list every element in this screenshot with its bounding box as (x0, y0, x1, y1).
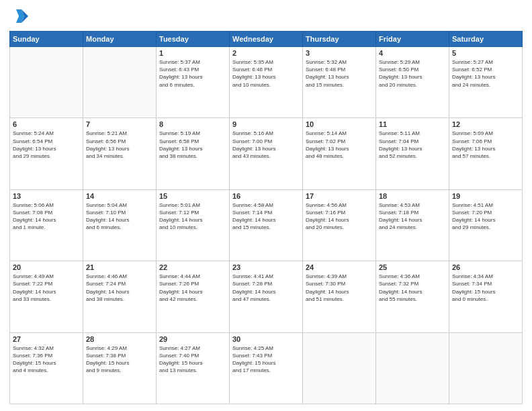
day-number: 8 (159, 120, 226, 128)
day-number: 6 (13, 120, 80, 128)
calendar-cell: 22Sunrise: 4:44 AM Sunset: 7:26 PM Dayli… (157, 261, 230, 332)
calendar-week-row: 27Sunrise: 4:32 AM Sunset: 7:36 PM Dayli… (10, 332, 523, 404)
day-info: Sunrise: 4:41 AM Sunset: 7:28 PM Dayligh… (232, 273, 300, 303)
day-info: Sunrise: 4:36 AM Sunset: 7:32 PM Dayligh… (379, 273, 446, 303)
day-number: 13 (13, 192, 80, 200)
day-number: 24 (306, 263, 373, 271)
calendar-cell: 10Sunrise: 5:14 AM Sunset: 7:02 PM Dayli… (303, 118, 376, 189)
day-number: 29 (159, 335, 226, 343)
calendar-cell (449, 332, 523, 404)
calendar-cell: 25Sunrise: 4:36 AM Sunset: 7:32 PM Dayli… (376, 261, 449, 332)
day-number: 11 (379, 120, 446, 128)
calendar-cell: 21Sunrise: 4:46 AM Sunset: 7:24 PM Dayli… (83, 261, 157, 332)
day-info: Sunrise: 5:01 AM Sunset: 7:12 PM Dayligh… (159, 201, 226, 232)
weekday-header-friday: Friday (376, 32, 449, 47)
day-info: Sunrise: 4:32 AM Sunset: 7:36 PM Dayligh… (13, 345, 80, 375)
calendar-cell (83, 47, 157, 118)
weekday-header-wednesday: Wednesday (230, 32, 303, 47)
day-number: 5 (452, 49, 519, 57)
weekday-header-monday: Monday (83, 32, 157, 47)
logo-icon (9, 7, 28, 26)
weekday-header-row: SundayMondayTuesdayWednesdayThursdayFrid… (10, 32, 523, 47)
calendar-cell: 5Sunrise: 5:27 AM Sunset: 6:52 PM Daylig… (449, 47, 523, 118)
day-info: Sunrise: 5:14 AM Sunset: 7:02 PM Dayligh… (306, 130, 373, 160)
day-info: Sunrise: 5:04 AM Sunset: 7:10 PM Dayligh… (86, 201, 153, 232)
calendar-cell: 17Sunrise: 4:56 AM Sunset: 7:16 PM Dayli… (303, 189, 376, 261)
day-number: 26 (452, 263, 519, 271)
calendar-cell (303, 332, 376, 404)
calendar-cell (10, 47, 83, 118)
day-info: Sunrise: 4:34 AM Sunset: 7:34 PM Dayligh… (452, 273, 519, 303)
day-number: 28 (86, 335, 153, 343)
calendar-cell: 15Sunrise: 5:01 AM Sunset: 7:12 PM Dayli… (157, 189, 230, 261)
calendar-cell: 1Sunrise: 5:37 AM Sunset: 6:43 PM Daylig… (157, 47, 230, 118)
day-info: Sunrise: 4:25 AM Sunset: 7:43 PM Dayligh… (232, 345, 300, 375)
day-number: 20 (13, 263, 80, 271)
calendar-cell: 3Sunrise: 5:32 AM Sunset: 6:48 PM Daylig… (303, 47, 376, 118)
calendar-table: SundayMondayTuesdayWednesdayThursdayFrid… (9, 31, 523, 404)
calendar-cell: 23Sunrise: 4:41 AM Sunset: 7:28 PM Dayli… (230, 261, 303, 332)
day-number: 10 (306, 120, 373, 128)
calendar-cell: 7Sunrise: 5:21 AM Sunset: 6:56 PM Daylig… (83, 118, 157, 189)
day-info: Sunrise: 5:06 AM Sunset: 7:08 PM Dayligh… (13, 201, 80, 232)
day-number: 30 (232, 335, 300, 343)
calendar-cell: 24Sunrise: 4:39 AM Sunset: 7:30 PM Dayli… (303, 261, 376, 332)
calendar-cell: 16Sunrise: 4:58 AM Sunset: 7:14 PM Dayli… (230, 189, 303, 261)
calendar-cell (376, 332, 449, 404)
day-number: 4 (379, 49, 446, 57)
calendar-cell: 13Sunrise: 5:06 AM Sunset: 7:08 PM Dayli… (10, 189, 83, 261)
day-info: Sunrise: 4:53 AM Sunset: 7:18 PM Dayligh… (379, 201, 446, 232)
calendar-cell: 19Sunrise: 4:51 AM Sunset: 7:20 PM Dayli… (449, 189, 523, 261)
calendar-week-row: 6Sunrise: 5:24 AM Sunset: 6:54 PM Daylig… (10, 118, 523, 189)
day-info: Sunrise: 4:58 AM Sunset: 7:14 PM Dayligh… (232, 201, 300, 232)
calendar-cell: 6Sunrise: 5:24 AM Sunset: 6:54 PM Daylig… (10, 118, 83, 189)
calendar-cell: 26Sunrise: 4:34 AM Sunset: 7:34 PM Dayli… (449, 261, 523, 332)
day-number: 3 (306, 49, 373, 57)
calendar-week-row: 13Sunrise: 5:06 AM Sunset: 7:08 PM Dayli… (10, 189, 523, 261)
day-number: 16 (232, 192, 300, 200)
day-info: Sunrise: 4:44 AM Sunset: 7:26 PM Dayligh… (159, 273, 226, 303)
day-number: 14 (86, 192, 153, 200)
day-info: Sunrise: 4:46 AM Sunset: 7:24 PM Dayligh… (86, 273, 153, 303)
day-info: Sunrise: 4:39 AM Sunset: 7:30 PM Dayligh… (306, 273, 373, 303)
day-info: Sunrise: 4:27 AM Sunset: 7:40 PM Dayligh… (159, 345, 226, 375)
day-number: 27 (13, 335, 80, 343)
day-info: Sunrise: 4:56 AM Sunset: 7:16 PM Dayligh… (306, 201, 373, 232)
page: SundayMondayTuesdayWednesdayThursdayFrid… (0, 0, 532, 411)
day-info: Sunrise: 4:51 AM Sunset: 7:20 PM Dayligh… (452, 201, 519, 232)
day-number: 25 (379, 263, 446, 271)
day-number: 19 (452, 192, 519, 200)
calendar-cell: 29Sunrise: 4:27 AM Sunset: 7:40 PM Dayli… (157, 332, 230, 404)
weekday-header-tuesday: Tuesday (157, 32, 230, 47)
day-info: Sunrise: 5:11 AM Sunset: 7:04 PM Dayligh… (379, 130, 446, 160)
header (9, 7, 523, 26)
day-number: 23 (232, 263, 300, 271)
day-info: Sunrise: 5:24 AM Sunset: 6:54 PM Dayligh… (13, 130, 80, 160)
calendar-cell: 20Sunrise: 4:49 AM Sunset: 7:22 PM Dayli… (10, 261, 83, 332)
calendar-cell: 27Sunrise: 4:32 AM Sunset: 7:36 PM Dayli… (10, 332, 83, 404)
weekday-header-sunday: Sunday (10, 32, 83, 47)
day-number: 17 (306, 192, 373, 200)
day-info: Sunrise: 5:35 AM Sunset: 6:46 PM Dayligh… (232, 58, 300, 89)
day-number: 2 (232, 49, 300, 57)
day-number: 9 (232, 120, 300, 128)
day-info: Sunrise: 5:19 AM Sunset: 6:58 PM Dayligh… (159, 130, 226, 160)
day-info: Sunrise: 5:37 AM Sunset: 6:43 PM Dayligh… (159, 58, 226, 89)
calendar-cell: 8Sunrise: 5:19 AM Sunset: 6:58 PM Daylig… (157, 118, 230, 189)
day-number: 21 (86, 263, 153, 271)
calendar-cell: 9Sunrise: 5:16 AM Sunset: 7:00 PM Daylig… (230, 118, 303, 189)
day-info: Sunrise: 4:49 AM Sunset: 7:22 PM Dayligh… (13, 273, 80, 303)
calendar-week-row: 1Sunrise: 5:37 AM Sunset: 6:43 PM Daylig… (10, 47, 523, 118)
day-info: Sunrise: 5:16 AM Sunset: 7:00 PM Dayligh… (232, 130, 300, 160)
calendar-cell: 2Sunrise: 5:35 AM Sunset: 6:46 PM Daylig… (230, 47, 303, 118)
weekday-header-saturday: Saturday (449, 32, 523, 47)
calendar-cell: 11Sunrise: 5:11 AM Sunset: 7:04 PM Dayli… (376, 118, 449, 189)
day-info: Sunrise: 5:27 AM Sunset: 6:52 PM Dayligh… (452, 58, 519, 89)
day-number: 12 (452, 120, 519, 128)
day-info: Sunrise: 5:29 AM Sunset: 6:50 PM Dayligh… (379, 58, 446, 89)
day-number: 18 (379, 192, 446, 200)
calendar-cell: 18Sunrise: 4:53 AM Sunset: 7:18 PM Dayli… (376, 189, 449, 261)
day-info: Sunrise: 4:29 AM Sunset: 7:38 PM Dayligh… (86, 345, 153, 375)
day-info: Sunrise: 5:32 AM Sunset: 6:48 PM Dayligh… (306, 58, 373, 89)
calendar-cell: 4Sunrise: 5:29 AM Sunset: 6:50 PM Daylig… (376, 47, 449, 118)
